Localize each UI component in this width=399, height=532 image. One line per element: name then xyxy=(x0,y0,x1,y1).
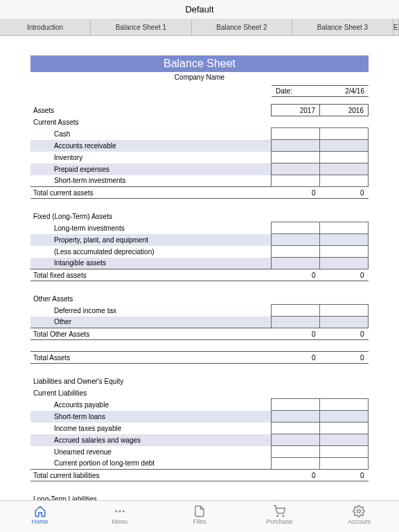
section-fixed-assets: Fixed (Long-Term) Assets xyxy=(30,211,272,222)
nav-account[interactable]: Account xyxy=(319,501,399,532)
cell[interactable] xyxy=(320,258,369,269)
total-val: 0 xyxy=(320,352,369,364)
home-icon xyxy=(34,505,46,517)
nav-files[interactable]: Files xyxy=(159,501,239,532)
nav-label: Purchase xyxy=(266,518,292,525)
nav-menu[interactable]: Menu xyxy=(80,501,159,532)
cell[interactable] xyxy=(320,446,369,458)
tab-balance-sheet-3[interactable]: Balance Sheet 3 xyxy=(292,19,393,35)
row-inventory: Inventory xyxy=(30,152,272,163)
svg-point-0 xyxy=(115,511,117,513)
nav-label: Menu xyxy=(112,518,128,525)
window-title: Default xyxy=(0,0,399,19)
row-cpltd: Current portion of long-term debt xyxy=(30,458,272,470)
cell[interactable] xyxy=(320,246,369,258)
row-cash: Cash xyxy=(30,128,272,140)
cell[interactable] xyxy=(272,399,320,411)
tab-overflow[interactable]: E xyxy=(393,19,399,35)
cell[interactable] xyxy=(320,175,369,187)
gear-icon xyxy=(353,505,365,517)
svg-point-5 xyxy=(357,510,361,513)
bottom-nav: Home Menu Files Purchase Account xyxy=(0,500,399,532)
tab-balance-sheet-2[interactable]: Balance Sheet 2 xyxy=(192,19,293,35)
row-itp: Income taxes payable xyxy=(30,423,272,434)
cell[interactable] xyxy=(272,222,320,234)
cell[interactable] xyxy=(320,152,369,163)
total-val: 0 xyxy=(320,470,369,481)
total-current-liab: Total current liabilities xyxy=(30,470,272,481)
tab-balance-sheet-1[interactable]: Balance Sheet 1 xyxy=(91,19,192,35)
total-val: 0 xyxy=(272,352,320,364)
row-sti: Short-term investments xyxy=(30,175,272,187)
cell[interactable] xyxy=(320,128,369,140)
nav-home[interactable]: Home xyxy=(0,501,80,532)
cell[interactable] xyxy=(320,411,369,423)
section-current-assets: Current Assets xyxy=(30,116,272,128)
cell[interactable] xyxy=(272,175,320,187)
cell[interactable] xyxy=(272,317,320,328)
cell[interactable] xyxy=(272,458,320,470)
cart-icon xyxy=(273,505,285,517)
cell[interactable] xyxy=(320,423,369,434)
cell[interactable] xyxy=(272,423,320,434)
cell[interactable] xyxy=(272,258,320,269)
row-ur: Unearned revenue xyxy=(30,446,272,458)
cell[interactable] xyxy=(272,446,320,458)
cell[interactable] xyxy=(272,434,320,446)
svg-point-1 xyxy=(118,511,121,513)
total-val: 0 xyxy=(320,328,369,340)
cell[interactable] xyxy=(272,152,320,163)
total-current-assets: Total current assets xyxy=(30,187,272,199)
section-assets: Assets xyxy=(30,105,272,116)
cell[interactable] xyxy=(272,140,320,152)
cell[interactable] xyxy=(272,234,320,246)
cell[interactable] xyxy=(320,140,369,152)
cell[interactable] xyxy=(320,458,369,470)
row-stl: Short-term loans xyxy=(30,411,272,423)
svg-point-2 xyxy=(123,511,125,513)
section-liabilities: Liabilities and Owner's Equity xyxy=(30,375,272,387)
cell[interactable] xyxy=(272,128,320,140)
row-ppe: Property, plant, and equipment xyxy=(30,234,272,246)
total-val: 0 xyxy=(272,328,320,340)
row-lti: Long-term investments xyxy=(30,222,272,234)
date-value[interactable]: 2/4/16 xyxy=(320,85,369,97)
section-current-liab: Current Liabilities xyxy=(30,387,272,399)
date-label: Date: xyxy=(272,85,320,97)
company-name[interactable]: Company Name xyxy=(30,73,369,85)
svg-point-4 xyxy=(283,515,284,517)
sheet-title-banner: Balance Sheet xyxy=(30,55,369,72)
nav-label: Files xyxy=(193,518,206,525)
cell[interactable] xyxy=(320,163,369,175)
row-prepaid: Prepaid expenses xyxy=(30,163,272,175)
tab-introduction[interactable]: Introduction xyxy=(0,19,91,35)
sheet-area: Balance Sheet Company Name Date: 2/4/16 … xyxy=(0,36,399,505)
section-other-assets: Other Assets xyxy=(30,293,272,305)
total-val: 0 xyxy=(272,470,320,481)
row-other: Other xyxy=(30,317,272,328)
cell[interactable] xyxy=(272,163,320,175)
nav-label: Account xyxy=(348,518,371,525)
year-1[interactable]: 2017 xyxy=(272,105,320,116)
row-depr: (Less accumulated depreciation) xyxy=(30,246,272,258)
cell[interactable] xyxy=(320,234,369,246)
nav-label: Home xyxy=(32,518,48,525)
cell[interactable] xyxy=(320,305,369,317)
total-val: 0 xyxy=(320,269,369,281)
nav-purchase[interactable]: Purchase xyxy=(240,501,319,532)
row-intangible: Intangible assets xyxy=(30,258,272,269)
total-val: 0 xyxy=(272,187,320,199)
row-ar: Accounts receivable xyxy=(30,140,272,152)
cell[interactable] xyxy=(272,411,320,423)
cell[interactable] xyxy=(272,305,320,317)
year-2[interactable]: 2016 xyxy=(320,105,369,116)
svg-point-3 xyxy=(277,515,278,517)
cell[interactable] xyxy=(320,399,369,411)
cell[interactable] xyxy=(320,222,369,234)
cell[interactable] xyxy=(320,317,369,328)
menu-icon xyxy=(114,505,126,517)
cell[interactable] xyxy=(272,246,320,258)
total-val: 0 xyxy=(320,187,369,199)
file-icon xyxy=(193,505,206,517)
cell[interactable] xyxy=(320,434,369,446)
